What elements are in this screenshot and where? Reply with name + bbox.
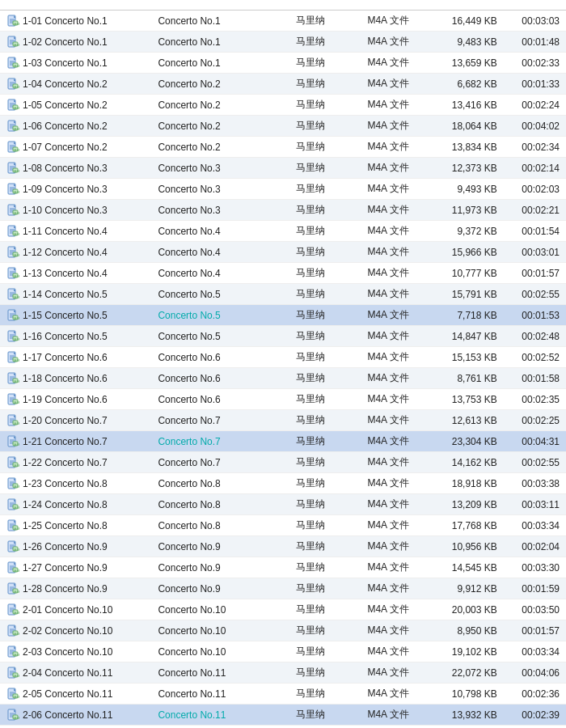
table-row[interactable]: M4A 1-26 Concerto No.9Concerto No.9马里纳M4… — [0, 536, 566, 557]
svg-text:M4A: M4A — [14, 379, 19, 383]
col-header-duration[interactable] — [504, 0, 566, 11]
table-row[interactable]: M4A 2-05 Concerto No.11Concerto No.11马里纳… — [0, 684, 566, 705]
file-name-text: 1-04 Concerto No.2 — [23, 78, 108, 90]
table-row[interactable]: M4A 2-07 Concerto No.12Concerto No.12马里纳… — [0, 726, 566, 729]
file-artist-cell: 马里纳 — [289, 494, 361, 515]
file-duration-cell: 00:02:24 — [504, 95, 566, 116]
table-row[interactable]: M4A 1-24 Concerto No.8Concerto No.8马里纳M4… — [0, 494, 566, 515]
file-artist-cell: 马里纳 — [289, 53, 361, 74]
file-type-cell: M4A 文件 — [361, 284, 432, 305]
table-row[interactable]: M4A 1-03 Concerto No.1Concerto No.1马里纳M4… — [0, 53, 566, 74]
file-duration-cell: 00:02:39 — [504, 705, 566, 726]
file-name-text: 2-01 Concerto No.10 — [23, 604, 112, 616]
file-icon: M4A — [6, 141, 19, 154]
table-row[interactable]: M4A 1-07 Concerto No.2Concerto No.2马里纳M4… — [0, 137, 566, 158]
file-duration-cell: 00:02:21 — [504, 200, 566, 221]
file-artist-cell: 马里纳 — [289, 284, 361, 305]
file-name-text: 1-17 Concerto No.6 — [23, 352, 108, 363]
file-name-text: 1-03 Concerto No.1 — [23, 57, 108, 69]
table-row[interactable]: M4A 2-03 Concerto No.10Concerto No.10马里纳… — [0, 641, 566, 662]
file-title-text: Concerto No.8 — [151, 515, 289, 536]
table-row[interactable]: M4A 1-08 Concerto No.3Concerto No.3马里纳M4… — [0, 158, 566, 179]
file-size-cell: 13,209 KB — [433, 494, 504, 515]
table-row[interactable]: M4A 1-12 Concerto No.4Concerto No.4马里纳M4… — [0, 242, 566, 263]
table-row[interactable]: M4A 1-14 Concerto No.5Concerto No.5马里纳M4… — [0, 284, 566, 305]
svg-text:M4A: M4A — [14, 715, 19, 719]
table-row[interactable]: M4A 2-02 Concerto No.10Concerto No.10马里纳… — [0, 620, 566, 641]
file-duration-cell: 00:01:53 — [504, 305, 566, 326]
file-duration-cell: 00:02:52 — [504, 347, 566, 368]
file-name-text: 2-03 Concerto No.10 — [23, 646, 112, 658]
table-row[interactable]: M4A 1-25 Concerto No.8Concerto No.8马里纳M4… — [0, 515, 566, 536]
col-header-artist[interactable] — [289, 0, 361, 11]
table-row[interactable]: M4A 1-06 Concerto No.2Concerto No.2马里纳M4… — [0, 116, 566, 137]
table-row[interactable]: M4A 1-11 Concerto No.4Concerto No.4马里纳M4… — [0, 221, 566, 242]
file-name-cell: M4A 1-14 Concerto No.5 — [0, 284, 151, 305]
file-type-cell: M4A 文件 — [361, 242, 432, 263]
file-name-cell: M4A 1-22 Concerto No.7 — [0, 452, 151, 473]
file-title-text: Concerto No.2 — [151, 137, 289, 158]
col-header-size[interactable] — [433, 0, 504, 11]
col-header-name[interactable] — [0, 0, 151, 11]
file-name-text: 1-15 Concerto No.5 — [23, 310, 108, 321]
file-duration-cell: 00:02:03 — [504, 179, 566, 200]
table-row[interactable]: M4A 1-09 Concerto No.3Concerto No.3马里纳M4… — [0, 179, 566, 200]
file-duration-cell: 00:01:58 — [504, 368, 566, 389]
table-row[interactable]: M4A 1-27 Concerto No.9Concerto No.9马里纳M4… — [0, 557, 566, 578]
file-size-cell: 10,956 KB — [433, 536, 504, 557]
file-size-cell: 14,847 KB — [433, 326, 504, 347]
table-row[interactable]: M4A 1-23 Concerto No.8Concerto No.8马里纳M4… — [0, 473, 566, 494]
file-name-text: 1-05 Concerto No.2 — [23, 99, 108, 111]
file-name-cell: M4A 2-01 Concerto No.10 — [0, 599, 151, 620]
col-header-type[interactable] — [361, 0, 432, 11]
file-type-cell: M4A 文件 — [361, 578, 432, 599]
table-row[interactable]: M4A 1-19 Concerto No.6Concerto No.6马里纳M4… — [0, 389, 566, 410]
file-size-cell: 14,545 KB — [433, 557, 504, 578]
file-size-cell: 15,966 KB — [433, 242, 504, 263]
file-duration-cell: 00:02:55 — [504, 452, 566, 473]
table-row[interactable]: M4A 1-20 Concerto No.7Concerto No.7马里纳M4… — [0, 410, 566, 431]
table-row[interactable]: M4A 1-15 Concerto No.5Concerto No.5马里纳M4… — [0, 305, 566, 326]
file-name-text: 1-07 Concerto No.2 — [23, 142, 108, 153]
file-size-cell: 16,449 KB — [433, 11, 504, 32]
file-icon: M4A — [6, 372, 19, 385]
file-size-cell: 18,064 KB — [433, 116, 504, 137]
file-type-cell: M4A 文件 — [361, 32, 432, 53]
table-row[interactable]: M4A 1-10 Concerto No.3Concerto No.3马里纳M4… — [0, 200, 566, 221]
file-name-cell: M4A 2-07 Concerto No.12 — [0, 726, 151, 729]
file-name-text: 1-16 Concerto No.5 — [23, 331, 108, 342]
file-duration-cell: 00:03:11 — [504, 494, 566, 515]
file-artist-cell: 马里纳 — [289, 74, 361, 95]
table-row[interactable]: M4A 1-28 Concerto No.9Concerto No.9马里纳M4… — [0, 578, 566, 599]
file-name-text: 1-27 Concerto No.9 — [23, 562, 108, 574]
table-row[interactable]: M4A 1-05 Concerto No.2Concerto No.2马里纳M4… — [0, 95, 566, 116]
table-row[interactable]: M4A 1-22 Concerto No.7Concerto No.7马里纳M4… — [0, 452, 566, 473]
file-artist-cell: 马里纳 — [289, 620, 361, 641]
table-row[interactable]: M4A 1-02 Concerto No.1Concerto No.1马里纳M4… — [0, 32, 566, 53]
table-row[interactable]: M4A 1-04 Concerto No.2Concerto No.2马里纳M4… — [0, 74, 566, 95]
table-row[interactable]: M4A 1-17 Concerto No.6Concerto No.6马里纳M4… — [0, 347, 566, 368]
file-size-cell: 14,162 KB — [433, 452, 504, 473]
file-size-cell: 17,768 KB — [433, 515, 504, 536]
file-icon: M4A — [6, 351, 19, 364]
table-row[interactable]: M4A 1-16 Concerto No.5Concerto No.5马里纳M4… — [0, 326, 566, 347]
table-row[interactable]: M4A 1-01 Concerto No.1Concerto No.1马里纳M4… — [0, 11, 566, 32]
file-name-text: 2-06 Concerto No.11 — [23, 709, 112, 721]
file-type-cell: M4A 文件 — [361, 684, 432, 705]
file-title-text: Concerto No.7 — [158, 436, 220, 447]
file-type-cell: M4A 文件 — [361, 53, 432, 74]
table-row[interactable]: M4A 1-18 Concerto No.6Concerto No.6马里纳M4… — [0, 368, 566, 389]
file-artist-cell: 马里纳 — [289, 326, 361, 347]
col-header-title[interactable] — [151, 0, 289, 11]
table-row[interactable]: M4A 1-13 Concerto No.4Concerto No.4马里纳M4… — [0, 263, 566, 284]
table-row[interactable]: M4A 2-01 Concerto No.10Concerto No.10马里纳… — [0, 599, 566, 620]
file-name-text: 1-02 Concerto No.1 — [23, 36, 108, 48]
file-duration-cell: 00:02:33 — [504, 53, 566, 74]
file-name-cell: M4A 1-04 Concerto No.2 — [0, 74, 151, 95]
table-row[interactable]: M4A 1-21 Concerto No.7Concerto No.7马里纳M4… — [0, 431, 566, 452]
table-row[interactable]: M4A 2-04 Concerto No.11Concerto No.11马里纳… — [0, 662, 566, 684]
table-row[interactable]: M4A 2-06 Concerto No.11Concerto No.11马里纳… — [0, 705, 566, 726]
file-name-cell: M4A 2-05 Concerto No.11 — [0, 684, 151, 705]
file-type-cell: M4A 文件 — [361, 263, 432, 284]
file-duration-cell: 00:03:34 — [504, 641, 566, 662]
